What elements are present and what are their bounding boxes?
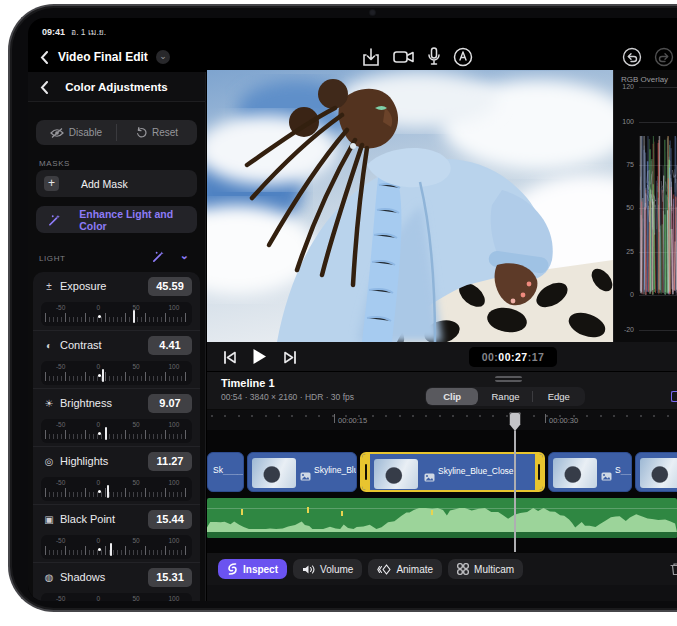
photo-icon — [300, 467, 311, 485]
value-marker[interactable] — [110, 543, 112, 556]
value-marker[interactable] — [133, 310, 135, 323]
undo-icon[interactable] — [622, 47, 642, 71]
volume-button[interactable]: Volume — [293, 559, 362, 579]
playhead-line[interactable] — [514, 430, 516, 552]
animate-button[interactable]: Animate — [368, 559, 442, 579]
slider-label: Exposure — [60, 280, 106, 292]
slider-label: Contrast — [60, 339, 102, 351]
timecode-frames: :17 — [528, 351, 545, 363]
clip-skyline-blue-wide[interactable]: Skyline_Blue_Wide — [247, 452, 357, 492]
slider-value[interactable]: 15.44 — [148, 510, 192, 529]
video-preview[interactable] — [207, 70, 613, 342]
clip-thumbnail — [640, 458, 677, 488]
slider-ruler[interactable]: -50 0 50 100 — [41, 593, 192, 601]
mode-clip[interactable]: Clip — [426, 388, 478, 405]
exposure-slider[interactable]: ± Exposure 45.59 -50 0 50 100 — [33, 272, 200, 330]
import-icon[interactable] — [362, 47, 380, 67]
slider-label: Shadows — [60, 571, 105, 583]
shadows-slider[interactable]: ◍ Shadows 15.31 -50 0 50 100 — [33, 562, 200, 601]
slider-ruler[interactable]: -50 0 50 100 — [41, 302, 192, 326]
light-section-header: LIGHT — [39, 254, 66, 263]
eye-off-icon — [50, 128, 64, 138]
clip-thumbnail — [252, 458, 296, 488]
timecode-display[interactable]: 00:00:27:17 — [469, 347, 557, 367]
play-icon[interactable] — [252, 348, 267, 369]
mode-range[interactable]: Range — [479, 388, 531, 405]
scale-label: 100 — [168, 595, 179, 601]
magic-wand-icon — [48, 213, 61, 227]
ruler-label-30s: 00:00:30 — [549, 416, 578, 425]
scale-label: 100 — [168, 479, 179, 486]
slider-value[interactable]: 45.59 — [148, 277, 192, 296]
slider-ruler[interactable]: -50 0 50 100 — [41, 477, 192, 501]
slider-label: Highlights — [60, 455, 108, 467]
value-marker[interactable] — [107, 485, 109, 498]
highlights-icon: ◎ — [43, 456, 55, 467]
trim-handle-right[interactable] — [535, 454, 543, 490]
inspect-button[interactable]: Inspect — [218, 559, 287, 579]
audio-clip[interactable] — [207, 498, 677, 538]
scale-label: 50 — [133, 363, 140, 370]
reset-button[interactable]: Reset — [117, 120, 197, 145]
value-marker[interactable] — [105, 427, 107, 440]
slider-value[interactable]: 15.31 — [148, 568, 192, 587]
clip-thumbnail — [553, 458, 597, 488]
skip-back-icon[interactable] — [223, 350, 237, 368]
reset-icon — [136, 127, 147, 138]
redo-icon[interactable] — [654, 47, 674, 71]
add-mask-button[interactable]: + Add Mask — [36, 170, 197, 197]
microphone-icon[interactable] — [428, 47, 440, 67]
scale-label: 100 — [168, 363, 179, 370]
enhance-light-color-button[interactable]: Enhance Light and Color — [36, 206, 197, 233]
clip-skyline-partial-left[interactable]: Sk______ — [207, 452, 244, 492]
light-collapse-chevron-icon[interactable]: ⌄ — [180, 249, 189, 262]
highlights-slider[interactable]: ◎ Highlights 11.27 -50 0 50 100 — [33, 446, 200, 504]
clip-edge-partial[interactable] — [635, 452, 677, 492]
slider-ruler[interactable]: -50 0 50 100 — [41, 535, 192, 559]
timeline-ruler[interactable]: 00:00:15 00:00:30 — [207, 410, 677, 430]
timeline-name: Timeline 1 — [221, 377, 275, 389]
clip-skyline-partial-right[interactable]: S______ — [548, 452, 632, 492]
back-chevron-icon[interactable] — [40, 50, 48, 68]
slider-value[interactable]: 9.07 — [148, 394, 192, 413]
disable-label: Disable — [69, 127, 102, 138]
slider-ruler[interactable]: -50 0 50 100 — [41, 419, 192, 443]
add-mask-label: Add Mask — [81, 178, 128, 190]
scale-label: 100 — [168, 421, 179, 428]
camera-icon[interactable] — [393, 47, 415, 67]
keyframe-partial-icon[interactable] — [671, 391, 677, 402]
timeline-info: 00:54 · 3840 × 2160 · HDR · 30 fps — [221, 392, 354, 402]
skip-forward-icon[interactable] — [283, 350, 297, 368]
scale-label: 100 — [168, 304, 179, 311]
plus-icon: + — [44, 176, 59, 191]
markup-pencil-icon[interactable] — [453, 47, 473, 67]
scale-label: 50 — [133, 537, 140, 544]
disable-button[interactable]: Disable — [36, 120, 116, 145]
mode-edge[interactable]: Edge — [533, 388, 585, 405]
clip-skyline-blue-close-selected[interactable]: Skyline_Blue_Close — [360, 452, 545, 492]
title-chevron-down-icon[interactable]: ⌄ — [156, 50, 170, 64]
scale-label: 0 — [97, 421, 101, 428]
panel-drag-handle[interactable] — [495, 376, 522, 382]
trim-handle-left[interactable] — [362, 454, 370, 490]
multicam-button[interactable]: Multicam — [448, 559, 523, 579]
slider-value[interactable]: 11.27 — [148, 452, 192, 471]
status-time: 09:41 — [42, 27, 65, 37]
preview-frame-image — [207, 70, 613, 342]
panel-title: Color Adjustments — [28, 81, 205, 93]
contrast-slider[interactable]: ◐ Contrast 4.41 -50 0 50 100 — [33, 330, 200, 388]
front-camera — [369, 9, 376, 16]
slider-value[interactable]: 4.41 — [148, 336, 192, 355]
value-marker[interactable] — [102, 369, 104, 382]
scale-label: 0 — [97, 363, 101, 370]
slider-ruler[interactable]: -50 0 50 100 — [41, 361, 192, 385]
top-toolbar — [362, 47, 473, 67]
light-wand-icon[interactable] — [152, 249, 165, 267]
project-title[interactable]: Video Final Edit — [58, 50, 148, 64]
scale-label: -50 — [56, 304, 65, 311]
black-point-slider[interactable]: ▣ Black Point 15.44 -50 0 50 100 — [33, 504, 200, 562]
trash-partial-icon[interactable] — [669, 562, 677, 580]
app-screen: 09:41อ. 1 เม.ย. Video Final Edit ⌄ — [28, 18, 677, 601]
shadows-icon: ◍ — [43, 572, 55, 583]
brightness-slider[interactable]: ☀ Brightness 9.07 -50 0 50 100 — [33, 388, 200, 446]
